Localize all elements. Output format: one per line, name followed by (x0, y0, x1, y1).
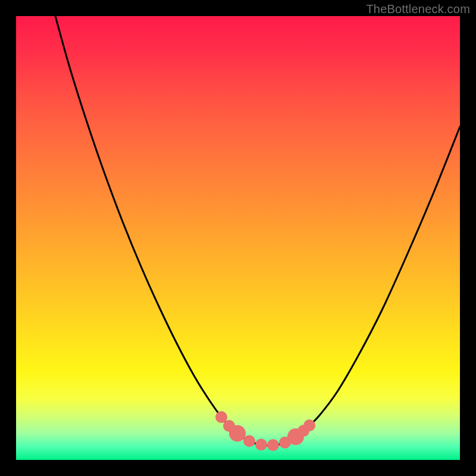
curve-marker (243, 435, 255, 447)
curve-layer (16, 16, 460, 460)
bottleneck-curve (55, 16, 460, 446)
chart-frame: TheBottleneck.com (0, 0, 476, 476)
curve-marker (303, 419, 315, 431)
curve-marker (229, 425, 246, 441)
curve-marker (267, 439, 279, 451)
marker-group (215, 411, 315, 451)
curve-marker (255, 439, 267, 450)
attribution-text: TheBottleneck.com (366, 2, 470, 16)
